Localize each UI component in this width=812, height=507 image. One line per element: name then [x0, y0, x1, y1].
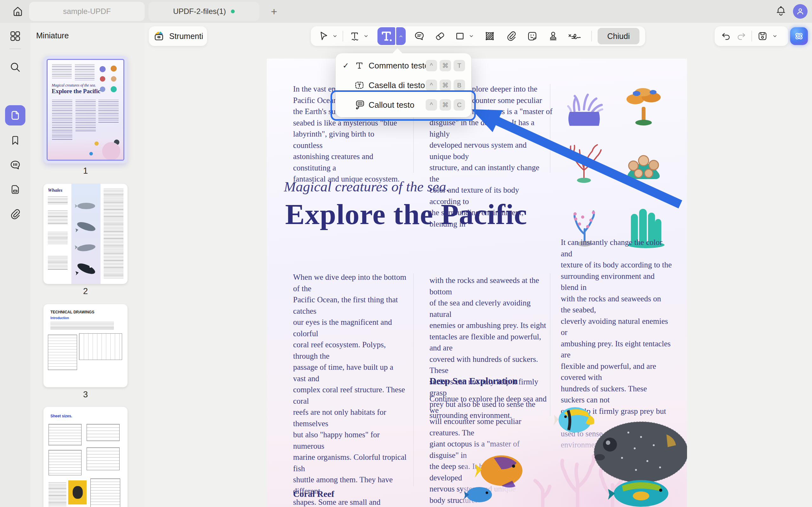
shape-tool-expand[interactable]: [467, 31, 476, 41]
thumbnail-page-4[interactable]: Sheet sizes.: [44, 407, 128, 507]
thumbnail-page-surface: Magical creatures of the sea. Explore th…: [47, 59, 124, 161]
anemone-illustration: [568, 95, 602, 126]
save-expand[interactable]: [770, 31, 779, 41]
sidebar-divider: [9, 49, 21, 49]
annotation-toolbar: Chiudi: [311, 26, 645, 46]
page-number: 2: [44, 286, 128, 296]
mini-page3-subtitle: Introduction: [50, 316, 69, 320]
ai-assistant-button[interactable]: [790, 27, 808, 45]
sucker-coral-illustration: [627, 156, 660, 179]
sidebar-item-bookmarks[interactable]: [5, 130, 26, 151]
toolbar-divider: [591, 31, 592, 42]
sidebar-item-appearance[interactable]: [5, 504, 26, 507]
mini-photo-dog: [68, 481, 87, 504]
notifications-button[interactable]: [773, 4, 789, 19]
toolbar-divider: [751, 31, 752, 42]
cursor-tool-expand[interactable]: [331, 31, 339, 41]
doc-col-bottom-left: When we dive deep into the bottom of the…: [293, 272, 407, 507]
comments-icon: [9, 159, 21, 171]
app-window: sample-UPDF UPDF-2-files(1) +: [0, 0, 812, 507]
undo-button[interactable]: [719, 30, 732, 43]
stamp-tool-button[interactable]: [546, 29, 560, 43]
comment-tool-button[interactable]: [412, 29, 426, 43]
pufferfish: [594, 422, 687, 483]
sidebar-item-attachments[interactable]: [5, 204, 26, 224]
left-sidebar: [0, 23, 31, 507]
sidebar-item-apps[interactable]: [5, 26, 26, 46]
menu-item-label: Callout testo: [368, 100, 415, 110]
deep-sea-heading: Deep Sea Exploration: [429, 376, 518, 386]
stamp-icon: [548, 31, 559, 42]
mini-table: [87, 447, 119, 470]
attach-tool-button[interactable]: [504, 29, 518, 43]
sidebar-item-pages[interactable]: [5, 179, 26, 200]
close-button[interactable]: Chiudi: [598, 28, 640, 44]
fan-coral-illustration: [571, 145, 601, 183]
sidebar-item-thumbnails[interactable]: [5, 105, 26, 125]
keycap: ⌘: [440, 60, 451, 71]
chevron-down-icon: [362, 33, 369, 40]
cursor-tool-button[interactable]: [316, 29, 331, 43]
comment-bubble-icon: [414, 31, 425, 42]
thumbnail-page-1[interactable]: Magical creatures of the sea. Explore th…: [44, 56, 128, 164]
ai-sparkle-icon: [793, 30, 805, 42]
thumbnail-page-3[interactable]: TECHNICAL DRAWINGS Introduction: [44, 304, 128, 387]
thumbnail-page-2[interactable]: Whales: [44, 184, 128, 284]
text-markup-expand[interactable]: [362, 31, 370, 41]
square-icon: [454, 31, 466, 42]
mini-page4-title: Sheet sizes.: [50, 414, 72, 418]
unsaved-dot: [231, 9, 235, 13]
sidebar-item-comments[interactable]: [5, 155, 26, 175]
tools-button[interactable]: Strumenti: [149, 26, 207, 46]
close-label: Chiudi: [607, 32, 630, 41]
keycap: B: [454, 79, 465, 91]
menu-item-callout-testo[interactable]: Callout testo ^ ⌘ C: [336, 95, 471, 115]
mini-table: [49, 450, 82, 475]
chevron-down-icon: [468, 33, 475, 40]
redo-button[interactable]: [735, 30, 748, 43]
keycap: T: [454, 60, 465, 71]
mini-table: [49, 424, 82, 446]
thumbnail-panel: Miniature Magical creatures of the sea. …: [31, 23, 145, 507]
mini-table: [87, 424, 119, 441]
coral-illustrations: [562, 81, 679, 252]
new-tab-button[interactable]: +: [267, 4, 281, 18]
eraser-icon: [434, 31, 446, 42]
sidebar-item-search[interactable]: [5, 57, 26, 77]
menu-item-casella-di-testo[interactable]: Casella di testo ^ ⌘ B: [336, 75, 471, 95]
text-comment-icon: [377, 27, 395, 45]
home-button[interactable]: [9, 3, 26, 20]
menu-shortcut: ^ ⌘ B: [423, 79, 465, 91]
mini-table: [90, 478, 120, 507]
panel-title: Miniature: [36, 31, 69, 40]
sticker-tool-button[interactable]: [525, 29, 539, 43]
mini-coral-grid: [98, 64, 120, 94]
page-thumbnails-icon: [9, 110, 21, 121]
tools-label: Strumenti: [169, 32, 203, 41]
chevron-up-icon: [398, 33, 404, 39]
tab-sample-updf[interactable]: sample-UPDF: [29, 2, 145, 21]
sticker-smiley-icon: [526, 31, 538, 42]
search-icon: [9, 61, 21, 73]
mini-whales: [72, 193, 100, 279]
toolbar-divider: [343, 31, 343, 42]
tab-updf-2-files[interactable]: UPDF-2-files(1): [148, 2, 259, 21]
menu-pointer: [392, 48, 403, 54]
signature-tool-button[interactable]: [566, 29, 584, 43]
eraser-tool-button[interactable]: [433, 29, 447, 43]
text-comment-tool-active[interactable]: [377, 27, 395, 45]
shape-tool-button[interactable]: [453, 29, 467, 43]
redact-tool-button[interactable]: [483, 29, 497, 43]
tab-label: UPDF-2-files(1): [173, 7, 226, 16]
text-tool-variant-expand[interactable]: [396, 27, 406, 45]
text-markup-tool-button[interactable]: [348, 29, 362, 43]
keycap: ^: [426, 99, 437, 111]
menu-item-commento-testo[interactable]: ✓ Commento testo ^ ⌘ T: [336, 56, 471, 75]
keycap: ^: [426, 60, 437, 71]
account-avatar[interactable]: [793, 4, 808, 19]
mini-headline-script: Magical creatures of the sea.: [52, 83, 96, 88]
menu-item-label: Commento testo: [368, 61, 429, 71]
save-button[interactable]: [756, 30, 769, 43]
pdf-page: In the vast embr Pacific Ocean be the Ea…: [267, 59, 687, 507]
column-separator: [413, 274, 414, 487]
